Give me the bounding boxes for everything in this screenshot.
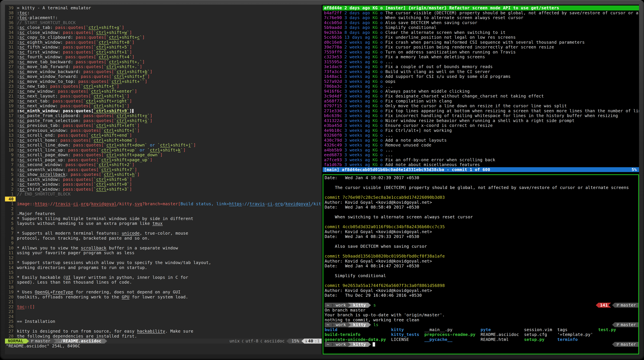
commit-row[interactable]: 4e9b10c 3 weeks ag KG o Fix Ctrl/alt+] n…: [323, 128, 639, 133]
buffer-line[interactable]: 40: [5, 197, 322, 202]
buffer-line[interactable]: 35:sc_close_tab: pass:quotes[`ctrl+shift…: [5, 25, 322, 30]
buffer-line[interactable]: 23:sc_new_tab: pass:quotes[`ctrl+shift+t…: [5, 84, 322, 89]
command-text[interactable]: ls: [373, 322, 378, 327]
buffer-line[interactable]: 4* Supports tiling multiple terminal win…: [5, 216, 322, 221]
buffer-line[interactable]: 3.Major features: [5, 211, 322, 216]
buffer-line[interactable]: 31:sc_fifth_window: pass:quotes[`ctrl+sh…: [5, 45, 322, 50]
buffer-line[interactable]: 36// START_SHORTCUT_BLOCK: [5, 20, 322, 25]
buffer-line[interactable]: 23: [5, 309, 322, 314]
buffer-line[interactable]: 25== Installation: [5, 319, 322, 324]
commit-row[interactable]: 5b9aadd 3 days ago KG o Simplify conditi…: [323, 25, 639, 30]
commit-row[interactable]: e3ba45d 3 weeks ag KG o Ensure cursor x-…: [323, 123, 639, 128]
commit-row[interactable]: af8d44e 2 days ago KG o [master] {origin…: [323, 6, 639, 11]
buffer-line[interactable]: 12: [5, 255, 322, 260]
buffer-line[interactable]: 5:sc_show_scrollback: pass:quotes[`ctrl+…: [5, 172, 322, 177]
commit-row[interactable]: 315595a 2 weeks ag KG o ...: [323, 60, 639, 65]
buffer-line[interactable]: 28the following dependencies are install…: [5, 334, 322, 339]
commit-row[interactable]: a568f73 3 weeks ag KG o Fix compilation …: [323, 99, 639, 104]
commit-row[interactable]: 3c9d4df 3 weeks ag KG o Fix designate_ch…: [323, 94, 639, 99]
commit-row[interactable]: 430c79d 3 weeks ag KG o Add a note about…: [323, 138, 639, 143]
buffer-line[interactable]: 9:sc_scroll_page_down: pass:quotes[`ctrl…: [5, 152, 322, 157]
buffer-line[interactable]: 11:sc_scroll_line_down: pass:quotes[`ctr…: [5, 143, 322, 148]
commit-row[interactable]: 7c76e90 3 days ago KG o When switching t…: [323, 15, 639, 20]
buffer-line[interactable]: 2:sc_third_window: pass:quotes[`ctrl+shi…: [5, 187, 322, 192]
shell-prompt[interactable]: ~❯workkittys141master: [325, 303, 638, 308]
commit-row[interactable]: eed6873 3 weeks ag KG o ...: [323, 152, 639, 157]
buffer-line[interactable]: 17speed). Less than ten thousand lines o…: [5, 280, 322, 285]
buffer-line[interactable]: 1image::https://travis-ci.org/kovidgoyal…: [5, 201, 322, 206]
buffer-line[interactable]: 17:sc_paste_from_clipboard: pass:quotes[…: [5, 113, 322, 118]
shell-prompt[interactable]: ~❯workkittylsmaster: [325, 322, 638, 327]
commit-row[interactable]: fa1d67b 3 weeks ag KG o Add note about m…: [323, 162, 639, 167]
commit-row[interactable]: 271e336 3 weeks ag KG o Fix top lines ap…: [323, 108, 639, 113]
commit-row[interactable]: 1648ac1 3 weeks ag KG o Add support for …: [323, 74, 639, 79]
buffer-line[interactable]: 13:sc_scroll_end: pass:quotes[`ctrl+shif…: [5, 133, 322, 138]
buffer-line[interactable]: 29:sc_fourth_window: pass:quotes[`ctrl+s…: [5, 55, 322, 60]
commit-row[interactable]: a7fce93 3 weeks ag KG o Fix an off-by-on…: [323, 157, 639, 162]
buffer-line[interactable]: 28:sc_move_tab_backward: pass:quotes[`ct…: [5, 60, 322, 65]
shell-window[interactable]: Date: Wed Jan 4 10:02:39 2017 +0530 The …: [323, 174, 639, 354]
buffer-line[interactable]: 39= kitty - A terminal emulator: [5, 6, 322, 11]
commit-row[interactable]: b6c639c 3 weeks ag KG o Fix incorrect ha…: [323, 113, 639, 118]
buffer-line[interactable]: 21:sc_next_layout: pass:quotes[`ctrl+shi…: [5, 94, 322, 99]
buffer-line[interactable]: 26: [5, 324, 322, 329]
buffer-line[interactable]: 15:sc_previous_tab: pass:quotes[`ctrl+sh…: [5, 123, 322, 128]
commit-row[interactable]: a4bb5b9 3 weeks ag KG o ...: [323, 148, 639, 153]
buffer-line[interactable]: 12:sc_scroll_home: pass:quotes[`ctrl+shi…: [5, 138, 322, 143]
buffer-line[interactable]: 16* Easily hackable (UI layer written in…: [5, 275, 322, 280]
buffer-line[interactable]: 9: [5, 241, 322, 246]
buffer-line[interactable]: 10:sc_scroll_line_up: pass:quotes[`ctrl+…: [5, 148, 322, 153]
buffer-line[interactable]: 19:sc_next_window: pass:quotes[`ctrl+shi…: [5, 104, 322, 108]
commit-row[interactable]: 4326c49 3 weeks ag KG o Remove unused co…: [323, 143, 639, 148]
commit-row[interactable]: 431322a 3 weeks ag KG o Nicer window res…: [323, 118, 639, 123]
shell-cursor[interactable]: [372, 342, 375, 346]
commit-row[interactable]: 9416f6c 3 weeks ag KG o Always paste whe…: [323, 89, 639, 94]
buffer-line[interactable]: 27:sc_move_tab_forward: pass:quotes[`ctr…: [5, 64, 322, 69]
buffer-line[interactable]: 27kitty is designed to run from source, …: [5, 329, 322, 334]
buffer-line[interactable]: 21: [5, 299, 322, 304]
commit-row[interactable]: 39e770a 2 weeks ag KG o Fix cursor posit…: [323, 45, 639, 50]
commit-row[interactable]: 0797f15 3 weeks ag KG o Only move the cu…: [323, 104, 639, 108]
commit-row[interactable]: 03260f0 3 weeks ag KG o ...: [323, 133, 639, 138]
buffer-line[interactable]: 3:sc_tenth_window: pass:quotes[`ctrl+shi…: [5, 182, 322, 187]
buffer-line[interactable]: 38:toc:: [5, 11, 322, 16]
shell-prompt[interactable]: ~❯workkittymaster: [325, 342, 638, 347]
buffer-line[interactable]: 22:sc_new_window: pass:quotes[`ctrl+shif…: [5, 89, 322, 94]
command-text[interactable]: s: [373, 303, 376, 308]
buffer-line[interactable]: 24:sc_move_window_to_top: pass:quotes[`c…: [5, 79, 322, 84]
buffer-line[interactable]: 2: [5, 206, 322, 211]
vim-pane[interactable]: 39= kitty - A terminal emulator38:toc:37…: [5, 5, 322, 354]
commit-row[interactable]: 5cc6616 13 days ag KG o Fix underline_po…: [323, 35, 639, 40]
commit-row[interactable]: d0c16e8 2 weeks ag KG o Fix crash when p…: [323, 40, 639, 45]
buffer-line[interactable]: 19* Uses OpenGL+FreeType for rendering, …: [5, 290, 322, 294]
buffer-line[interactable]: 6:sc_seventh_window: pass:quotes[`ctrl+s…: [5, 167, 322, 172]
buffer-line[interactable]: 15: [5, 270, 322, 275]
buffer-line[interactable]: 10* Allows you to view the scrollback bu…: [5, 246, 322, 251]
buffer-line[interactable]: 37:toc-placement!:: [5, 15, 322, 20]
commit-row[interactable]: 9e2653a 8 days ago KG o Clear the altern…: [323, 30, 639, 35]
tig-pane[interactable]: af8d44e 2 days ago KG o [master] {origin…: [323, 6, 639, 172]
commit-row[interactable]: b4af2ff 2 days ago KG o The cursor visib…: [323, 11, 639, 16]
buffer-line[interactable]: 32:sc_eighth_window: pass:quotes[`ctrl+s…: [5, 40, 322, 45]
buffer-line[interactable]: 18:sc_ninth_window: pass:quotes[`ctrl+sh…: [5, 108, 322, 113]
buffer-line[interactable]: 20:sc_next_tab: pass:quotes[`ctrl+shift+…: [5, 99, 322, 104]
buffer-line[interactable]: 24: [5, 314, 322, 319]
buffer-line[interactable]: 18: [5, 285, 322, 290]
buffer-line[interactable]: 30:sc_first_window: pass:quotes[`ctrl+sh…: [5, 50, 322, 55]
buffer-line[interactable]: 26:sc_move_window_backward: pass:quotes[…: [5, 69, 322, 74]
buffer-line[interactable]: 14:sc_previous_window: pass:quotes[`ctrl…: [5, 128, 322, 133]
buffer-line[interactable]: 7:sc_second_window: pass:quotes[`ctrl+sh…: [5, 162, 322, 167]
commit-row[interactable]: 7559ff9 2 weeks ag KG o Turn on address …: [323, 50, 639, 55]
buffer-line[interactable]: 8:sc_scroll_page_up: pass:quotes[`ctrl+s…: [5, 157, 322, 162]
buffer-line[interactable]: 1// END_SHORTCUT_BLOCK: [5, 192, 322, 197]
buffer-line[interactable]: 25:sc_move_window_forward: pass:quotes[`…: [5, 74, 322, 79]
buffer-line[interactable]: 6: [5, 226, 322, 231]
buffer-line[interactable]: 16:sc_paste_from_selection: pass:quotes[…: [5, 118, 322, 123]
buffer-line[interactable]: 11using your favorite pager program such…: [5, 250, 322, 255]
buffer-line[interactable]: 14working directories and programs to ru…: [5, 265, 322, 270]
buffer-line[interactable]: 4:sc_sixth_window: pass:quotes[`ctrl+shi…: [5, 177, 322, 182]
commit-row[interactable]: 786ba3c 3 weeks ag KG o ...: [323, 84, 639, 89]
buffer-line[interactable]: 5layouts without needing to use an extra…: [5, 221, 322, 226]
buffer-line[interactable]: 34:sc_close_window: pass:quotes[`ctrl+sh…: [5, 30, 322, 35]
commit-row[interactable]: 4ccb05d 3 days ago KG o Also save DECTCE…: [323, 20, 639, 25]
